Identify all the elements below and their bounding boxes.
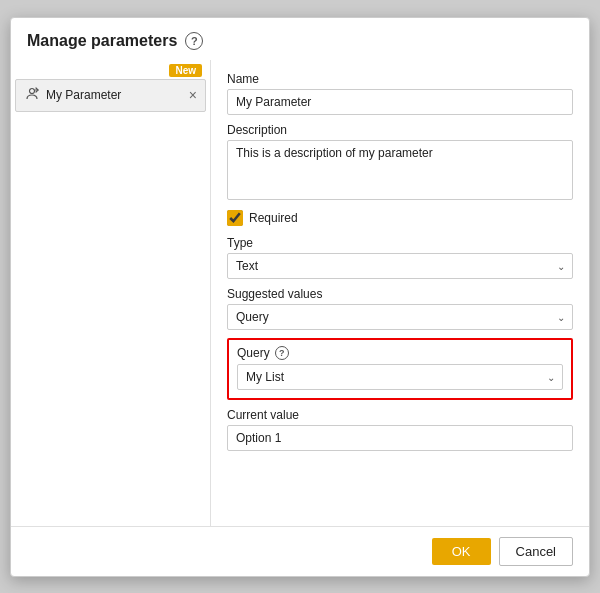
dialog-header: Manage parameters ?: [11, 18, 589, 60]
suggested-field-group: Suggested values Query ⌄: [227, 287, 573, 330]
type-select[interactable]: Text: [227, 253, 573, 279]
required-checkbox[interactable]: [227, 210, 243, 226]
name-field-group: Name: [227, 72, 573, 115]
suggested-select-wrapper: Query ⌄: [227, 304, 573, 330]
parameter-name: My Parameter: [46, 88, 189, 102]
new-badge: New: [169, 64, 202, 77]
manage-parameters-dialog: Manage parameters ? New My Paramete: [10, 17, 590, 577]
parameter-item[interactable]: My Parameter ×: [15, 79, 206, 112]
parameter-icon: [24, 86, 40, 105]
name-input[interactable]: [227, 89, 573, 115]
svg-point-0: [30, 88, 35, 93]
dialog-footer: OK Cancel: [11, 526, 589, 576]
suggested-label: Suggested values: [227, 287, 573, 301]
query-help-icon[interactable]: ?: [275, 346, 289, 360]
parameter-close-icon[interactable]: ×: [189, 88, 197, 102]
current-value-input[interactable]: [227, 425, 573, 451]
description-label: Description: [227, 123, 573, 137]
name-label: Name: [227, 72, 573, 86]
query-label-row: Query ?: [237, 346, 563, 360]
query-label: Query: [237, 346, 270, 360]
query-select[interactable]: My List: [237, 364, 563, 390]
dialog-body: New My Parameter × Na: [11, 60, 589, 526]
required-label: Required: [249, 211, 298, 225]
left-panel: New My Parameter ×: [11, 60, 211, 526]
required-row: Required: [227, 210, 573, 226]
suggested-select[interactable]: Query: [227, 304, 573, 330]
description-field-group: Description This is a description of my …: [227, 123, 573, 200]
new-badge-row: New: [11, 60, 210, 79]
type-label: Type: [227, 236, 573, 250]
type-select-wrapper: Text ⌄: [227, 253, 573, 279]
description-input[interactable]: This is a description of my parameter: [227, 140, 573, 200]
query-select-wrapper: My List ⌄: [237, 364, 563, 390]
right-panel: Name Description This is a description o…: [211, 60, 589, 526]
cancel-button[interactable]: Cancel: [499, 537, 573, 566]
query-section: Query ? My List ⌄: [227, 338, 573, 400]
type-field-group: Type Text ⌄: [227, 236, 573, 279]
current-value-label: Current value: [227, 408, 573, 422]
ok-button[interactable]: OK: [432, 538, 491, 565]
dialog-title: Manage parameters: [27, 32, 177, 50]
dialog-help-icon[interactable]: ?: [185, 32, 203, 50]
current-value-field-group: Current value: [227, 408, 573, 451]
